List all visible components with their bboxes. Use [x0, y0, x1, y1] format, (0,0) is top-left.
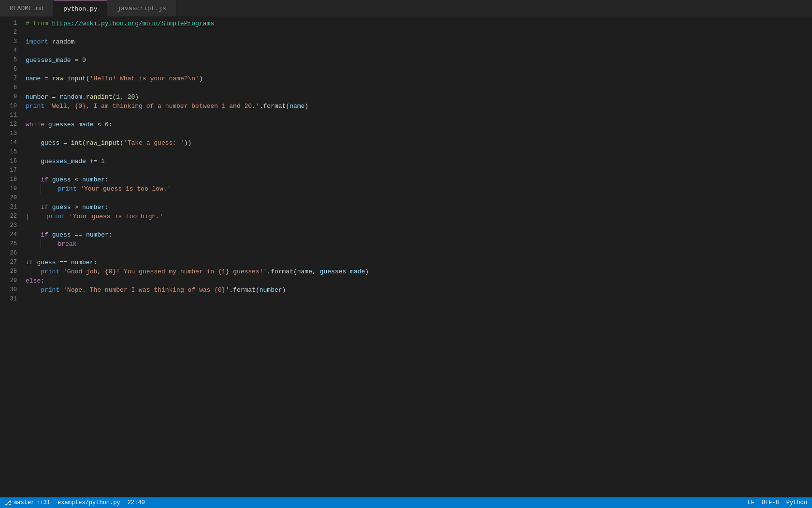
wiki-link[interactable]: https://wiki.python.org/moin/SimpleProgr…: [52, 19, 214, 28]
code-line-11: [22, 111, 812, 120]
line-num-18: 18: [5, 175, 17, 184]
line-num-29: 29: [5, 276, 17, 285]
code-line-13: [22, 129, 812, 138]
line-num-30: 30: [5, 285, 17, 295]
line-num-12: 12: [5, 120, 17, 129]
tab-python[interactable]: python.py: [54, 0, 107, 16]
code-line-22: | print 'Your guess is too high.': [22, 212, 812, 221]
line-num-8: 8: [5, 83, 17, 92]
code-line-18: if guess < number:: [22, 175, 812, 184]
line-num-25: 25: [5, 239, 17, 249]
line-num-6: 6: [5, 65, 17, 74]
code-line-25: break: [22, 239, 812, 249]
line-num-21: 21: [5, 203, 17, 212]
line-num-13: 13: [5, 129, 17, 138]
file-path: examples/python.py: [58, 499, 120, 506]
line-num-4: 4: [5, 46, 17, 56]
branch-name: master: [14, 499, 34, 506]
line-num-16: 16: [5, 157, 17, 166]
line-num-23: 23: [5, 221, 17, 230]
code-line-2: [22, 28, 812, 37]
language[interactable]: Python: [786, 499, 807, 506]
timestamp: 22:40: [128, 499, 145, 506]
line-num-26: 26: [5, 249, 17, 258]
code-line-10: print 'Well, {0}, I am thinking of a num…: [22, 102, 812, 111]
code-line-23: [22, 221, 812, 230]
code-line-19: print 'Your guess is too low.': [22, 184, 812, 194]
line-num-17: 17: [5, 166, 17, 175]
code-line-5: guesses_made = 0: [22, 56, 812, 65]
status-right: LF UTF-8 Python ⎇ master ++31: [747, 499, 807, 506]
code-line-3: import random: [22, 37, 812, 46]
line-num-10: 10: [5, 102, 17, 111]
encoding[interactable]: UTF-8: [762, 499, 779, 506]
code-line-9: number = random.randint(1, 20): [22, 92, 812, 102]
line-num-22: 22: [5, 212, 17, 221]
code-line-20: [22, 194, 812, 203]
line-num-11: 11: [5, 111, 17, 120]
code-line-4: [22, 46, 812, 56]
tab-bar: README.md python.py javascript.js: [0, 0, 812, 17]
tab-readme[interactable]: README.md: [0, 0, 54, 16]
line-num-7: 7: [5, 74, 17, 83]
code-line-17: [22, 166, 812, 175]
git-branch: ⎇ master ++31: [5, 499, 50, 507]
line-numbers: 1 2 3 4 5 6 7 8 9 10 11 12 13 14 15 16 1…: [0, 17, 22, 497]
code-line-24: if guess == number:: [22, 230, 812, 239]
line-num-19: 19: [5, 184, 17, 194]
line-num-2: 2: [5, 28, 17, 37]
code-line-26: [22, 249, 812, 258]
line-num-1: 1: [5, 19, 17, 28]
code-line-27: if guess == number:: [22, 258, 812, 267]
code-line-7: name = raw_input('Hello! What is your na…: [22, 74, 812, 83]
code-line-1: # from https://wiki.python.org/moin/Simp…: [22, 19, 812, 28]
code-line-8: [22, 83, 812, 92]
code-line-12: while guesses_made < 6:: [22, 120, 812, 129]
code-line-30: print 'Nope. The number I was thinking o…: [22, 285, 812, 295]
code-line-31: [22, 295, 812, 304]
sync-count: ++31: [36, 499, 50, 506]
tab-javascript[interactable]: javascript.js: [107, 0, 176, 16]
editor: 1 2 3 4 5 6 7 8 9 10 11 12 13 14 15 16 1…: [0, 17, 812, 497]
code-line-16: guesses_made += 1: [22, 157, 812, 166]
line-ending[interactable]: LF: [747, 499, 754, 506]
line-num-3: 3: [5, 37, 17, 46]
line-num-9: 9: [5, 92, 17, 102]
line-num-31: 31: [5, 295, 17, 304]
line-num-20: 20: [5, 194, 17, 203]
line-num-28: 28: [5, 267, 17, 276]
line-num-14: 14: [5, 138, 17, 148]
status-left: ⎇ master ++31 examples/python.py 22:40: [5, 499, 145, 507]
status-bar: ⎇ master ++31 examples/python.py 22:40 L…: [0, 497, 812, 508]
code-line-15: [22, 148, 812, 157]
line-num-15: 15: [5, 148, 17, 157]
line-num-5: 5: [5, 56, 17, 65]
code-line-29: else:: [22, 276, 812, 285]
code-line-28: print 'Good job, {0}! You guessed my num…: [22, 267, 812, 276]
code-line-14: guess = int(raw_input('Take a guess: ')): [22, 138, 812, 148]
line-num-27: 27: [5, 258, 17, 267]
line-num-24: 24: [5, 230, 17, 239]
code-line-6: [22, 65, 812, 74]
code-area[interactable]: # from https://wiki.python.org/moin/Simp…: [22, 17, 812, 497]
branch-icon: ⎇: [5, 499, 12, 507]
code-line-21: if guess > number:: [22, 203, 812, 212]
